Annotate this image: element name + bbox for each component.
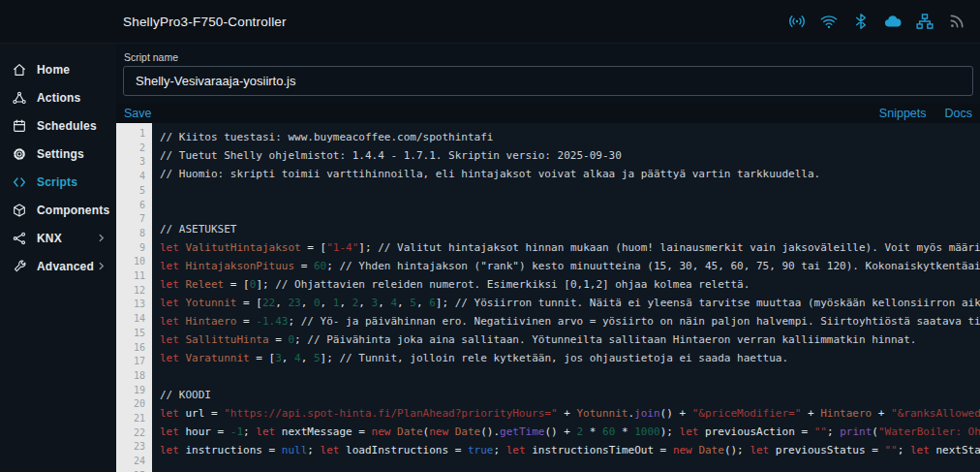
sidebar-item-scripts[interactable]: Scripts: [0, 168, 116, 196]
gutter-line-number: 3: [116, 155, 152, 170]
gutter-line-number: 19: [116, 384, 152, 398]
docs-link[interactable]: Docs: [945, 107, 972, 120]
gutter-line-number: 23: [116, 440, 152, 455]
sidebar-item-knx[interactable]: KNX: [0, 224, 116, 252]
code-line: let Hintaero = -1.43; // Yö- ja päivähin…: [160, 312, 980, 330]
sidebar-item-settings[interactable]: Settings: [0, 140, 116, 168]
gutter-line-number: 9: [116, 241, 152, 256]
sidebar-item-label: Scripts: [37, 175, 77, 189]
sidebar-item-label: KNX: [37, 232, 62, 245]
save-button[interactable]: Save: [124, 107, 152, 120]
code-line: let HintajaksonPituus = 60; // Yhden hin…: [160, 257, 980, 275]
code-line: [160, 183, 980, 202]
gutter-line-number: 17: [116, 355, 152, 369]
sidebar-nav: HomeActionsSchedulesSettingsScriptsCompo…: [0, 44, 116, 472]
code-line: let instructions = null; let loadInstruc…: [160, 441, 980, 459]
wifi-icon: [819, 12, 839, 31]
script-editor-panel: Script name Save Snippets Docs 123456789…: [116, 44, 980, 472]
code-line: let Varatunnit = [3, 4, 5]; // Tunnit, j…: [160, 349, 980, 367]
top-bar: ShellyPro3-F750-Controller: [0, 0, 980, 44]
chevron-right-icon: [96, 233, 107, 243]
code-line: // Huomio: skripti toimii varttihinnoill…: [160, 165, 980, 183]
sidebar-item-advanced[interactable]: Advanced: [0, 252, 116, 280]
code-line: [160, 202, 980, 220]
code-line: // Kiitos tuestasi: www.buymeacoffee.com…: [160, 128, 980, 146]
calendar-icon: [12, 118, 27, 134]
code-line: // Tuetut Shelly ohjelmistot: 1.4.4 - 1.…: [160, 146, 980, 165]
gutter-line-number: 8: [116, 227, 152, 241]
code-line: let hour = -1; let nextMessage = new Dat…: [160, 423, 980, 441]
script-name-label: Script name: [124, 51, 980, 63]
home-icon: [12, 62, 27, 78]
gutter-line-number: 14: [116, 312, 152, 327]
code-line: // ASETUKSET: [160, 220, 980, 238]
network-icon: [12, 231, 27, 246]
sidebar-item-components[interactable]: Components: [0, 196, 116, 224]
gutter-line-number: 5: [116, 184, 152, 199]
sidebar-item-actions[interactable]: Actions: [0, 83, 116, 111]
code-line: let url = "https://api.spot-hinta.fi/Pla…: [160, 404, 980, 423]
code-line: let Yotunnit = [22, 23, 0, 1, 2, 3, 4, 5…: [160, 294, 980, 312]
code-content[interactable]: // Kiitos tuestasi: www.buymeacoffee.com…: [152, 123, 980, 472]
gutter-line-number: 7: [116, 212, 152, 227]
sidebar-item-label: Settings: [37, 147, 84, 161]
chevron-right-icon: [96, 261, 107, 271]
script-name-input[interactable]: [123, 66, 973, 96]
code-editor[interactable]: 1234567891011121314151617181920212223242…: [116, 123, 980, 472]
gutter-line-number: 21: [116, 412, 152, 426]
sidebar-item-label: Home: [37, 63, 70, 77]
cloud-icon: [883, 12, 903, 31]
shelly-admin-app: ShellyPro3-F750-Controller HomeActionsSc…: [0, 0, 980, 472]
code-line: let ValitutHintajaksot = ["1-4"]; // Val…: [160, 238, 980, 257]
gutter-line-number: 11: [116, 269, 152, 284]
gutter-line-number: 1: [116, 127, 152, 142]
bluetooth-icon: [851, 12, 871, 31]
gutter-line-number: 15: [116, 327, 152, 341]
code-icon: [12, 174, 27, 190]
code-line: let Releet = [0]; // Ohjattavien releide…: [160, 275, 980, 294]
package-icon: [12, 203, 27, 218]
sidebar-item-label: Components: [37, 204, 109, 217]
line-number-gutter: 1234567891011121314151617181920212223242…: [116, 123, 152, 472]
ethernet-icon: [915, 12, 934, 31]
actions-icon: [12, 90, 27, 106]
gutter-line-number: 10: [116, 255, 152, 269]
snippets-link[interactable]: Snippets: [879, 107, 927, 120]
gutter-line-number: 18: [116, 369, 152, 384]
gutter-line-number: 6: [116, 199, 152, 213]
code-line: [160, 367, 980, 386]
sidebar-item-home[interactable]: Home: [0, 55, 116, 83]
gutter-line-number: 16: [116, 341, 152, 356]
gutter-line-number: 22: [116, 426, 152, 441]
gutter-line-number: 4: [116, 170, 152, 184]
status-icon-bar: [787, 12, 966, 31]
gutter-line-number: 24: [116, 455, 152, 469]
sidebar-item-label: Advanced: [37, 260, 94, 273]
gutter-line-number: 13: [116, 298, 152, 312]
gear-icon: [12, 146, 27, 162]
gutter-line-number: 2: [116, 142, 152, 156]
gutter-line-number: 12: [116, 284, 152, 299]
rss-icon: [947, 12, 966, 31]
device-title: ShellyPro3-F750-Controller: [123, 15, 287, 29]
sidebar-item-schedules[interactable]: Schedules: [0, 111, 116, 140]
editor-toolbar: Save Snippets Docs: [116, 104, 980, 123]
sidebar-item-label: Schedules: [37, 119, 97, 133]
gutter-line-number: 20: [116, 397, 152, 412]
wrench-icon: [12, 259, 27, 274]
code-line: // KOODI: [160, 386, 980, 404]
access-point-icon: [787, 12, 807, 31]
code-line: let SallittuHinta = 0; // Päivähinta jok…: [160, 330, 980, 349]
sidebar-item-label: Actions: [37, 91, 80, 105]
